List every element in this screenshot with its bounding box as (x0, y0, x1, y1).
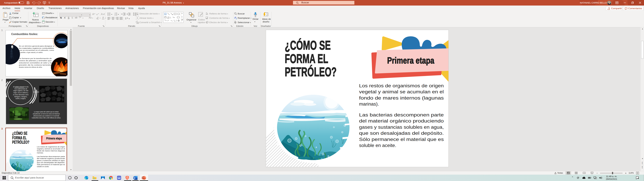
svg-text:Carbonífero (hace 359 a 299 mi: Carbonífero (hace 359 a 299 millones de … (32, 117, 61, 119)
svg-text:durante cientos de millones de: durante cientos de millones de años. (19, 66, 42, 68)
svg-text:vegetal y animal se acumulan e: vegetal y animal se acumulan en el (359, 89, 444, 94)
svg-text:azufre y oxígeno.: azufre y oxígeno. (16, 98, 26, 100)
svg-text:los materiales orgánicos combu: los materiales orgánicos combustibles (19, 48, 54, 49)
svg-text:El carbón mineral es una: El carbón mineral es una (13, 86, 28, 88)
svg-text:en otros elementos como: en otros elementos como (13, 94, 28, 96)
svg-text:fondo de mares internos (lagun: fondo de mares internos (lagunas (359, 95, 444, 100)
svg-text:A: A (165, 13, 166, 15)
svg-text:el petróleo, el gas natural y: el petróleo, el gas natural y el carbón. (19, 52, 43, 53)
svg-text:W: W (134, 177, 135, 179)
svg-text:soluble en aceite.: soluble en aceite. (359, 142, 396, 148)
svg-text:presión de la corteza terrestr: presión de la corteza terrestre (19, 64, 52, 66)
svg-text:negro, rica en carbono y: negro, rica en carbono y (14, 92, 28, 94)
svg-text:A: A (137, 12, 138, 14)
svg-text:origen orgánico, de color: origen orgánico, de color (13, 90, 28, 92)
svg-text:Combustibles fósiles:: Combustibles fósiles: (11, 33, 38, 36)
svg-text:c: c (236, 18, 237, 20)
svg-text:Primera etapa: Primera etapa (387, 55, 434, 65)
svg-text:restos de plantas y animales q: restos de plantas y animales que (19, 60, 52, 62)
svg-text:2: 2 (114, 14, 115, 15)
svg-text:estuvieron sometidos al calor: estuvieron sometidos al calor y la (19, 62, 52, 64)
svg-text:Es un término general para des: Es un término general para designar a (19, 45, 54, 47)
svg-text:arborescentes que existieron e: arborescentes que existieron en el perío… (33, 115, 59, 117)
svg-text:roca sedimentaria de: roca sedimentaria de (14, 88, 27, 90)
svg-text:del material orgánico producie: del material orgánico produciendo (359, 118, 444, 124)
svg-text:PETRÓLEO?: PETRÓLEO? (285, 65, 336, 79)
svg-text:1: 1 (114, 12, 115, 14)
svg-text:gases y sustancias solubles en: gases y sustancias solubles en agua, (359, 124, 444, 130)
svg-text:Se formaron por la transformac: Se formaron por la transformación de (19, 58, 52, 59)
svg-text:Los restos de organismos de or: Los restos de organismos de origen (359, 83, 444, 88)
svg-text:3: 3 (114, 15, 115, 16)
svg-text:que son desalojadas del depósi: que son desalojadas del depósito. (359, 130, 444, 136)
svg-text:actualmente se formó de restos: actualmente se formó de restos de helech… (33, 113, 60, 115)
svg-text:¿CÓMO SE: ¿CÓMO SE (285, 38, 331, 52)
svg-text:FORMA EL: FORMA EL (285, 52, 328, 66)
svg-text:Las bacterias descomponen part: Las bacterias descomponen parte (359, 112, 444, 118)
svg-text:que se encuentran en el subsue: que se encuentran en el subsuelo, como (19, 50, 54, 51)
svg-text:marinas).: marinas). (359, 101, 379, 106)
svg-text:hidrógeno, nitrógeno,: hidrógeno, nitrógeno, (14, 96, 27, 98)
svg-text:P: P (142, 177, 144, 179)
svg-text:Sólo permanece el material que: Sólo permanece el material que es (359, 136, 444, 142)
svg-text:La mayor parte del carbón que: La mayor parte del carbón que se extrae (34, 111, 59, 112)
